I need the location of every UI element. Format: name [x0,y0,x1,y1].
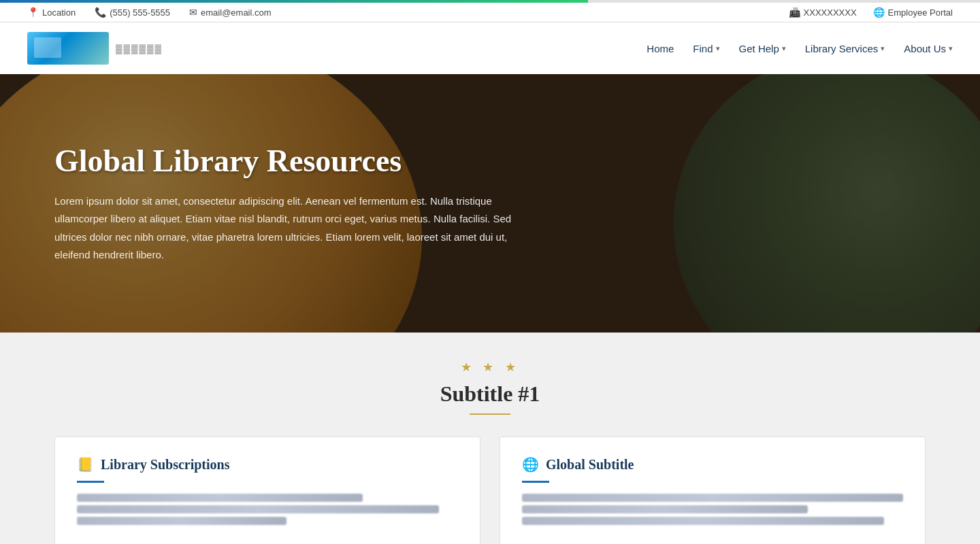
navbar: ▓▓▓▓▓▓ Home Find ▾ Get Help ▾ Library Se… [0,22,980,74]
blurred-line [522,505,808,513]
global-subtitle-card: 🌐 Global Subtitle [500,437,926,544]
card-1-content [77,494,458,538]
phone-icon: 📞 [95,7,106,18]
globe-card-icon: 🌐 [522,456,539,473]
library-services-label: Library Services [805,43,879,54]
card-1-title: Library Subscriptions [101,457,229,473]
section-header: ★ ★ ★ Subtitle #1 [54,360,926,415]
card-2-content [522,494,903,538]
hero-section: Global Library Resources Lorem ipsum dol… [0,74,980,333]
nav-about-us[interactable]: About Us ▾ [904,43,953,54]
fax-text: XXXXXXXXX [804,7,857,18]
cards-row: 📒 Library Subscriptions 🌐 Global Subtitl… [54,437,926,544]
fax-item: 📠 XXXXXXXXX [789,7,857,18]
top-bar: 📍 Location 📞 (555) 555-5555 ✉ email@emai… [0,3,980,22]
stars-decoration: ★ ★ ★ [54,360,926,375]
logo-area[interactable]: ▓▓▓▓▓▓ [27,32,163,65]
location-item: 📍 Location [27,7,76,18]
email-text: email@email.com [201,7,272,18]
content-section: ★ ★ ★ Subtitle #1 📒 Library Subscription… [0,333,980,544]
hero-title: Global Library Resources [54,143,517,179]
blurred-line [77,517,287,525]
employee-portal-item[interactable]: 🌐 Employee Portal [873,7,953,18]
phone-item: 📞 (555) 555-5555 [95,7,170,18]
about-us-label: About Us [904,43,946,54]
blurred-line [77,494,363,502]
about-us-chevron: ▾ [949,44,953,53]
blurred-line [77,505,439,513]
logo-name: ▓▓▓▓▓▓ [116,44,163,54]
email-item: ✉ email@email.com [189,7,272,18]
library-subscriptions-card: 📒 Library Subscriptions [54,437,480,544]
location-icon: 📍 [27,7,39,18]
nav-links: Home Find ▾ Get Help ▾ Library Services … [647,43,953,54]
nav-library-services[interactable]: Library Services ▾ [805,43,885,54]
hero-content: Global Library Resources Lorem ipsum dol… [54,143,517,264]
nav-get-help[interactable]: Get Help ▾ [739,43,786,54]
get-help-chevron: ▾ [782,44,786,53]
card-2-header: 🌐 Global Subtitle [522,456,903,473]
blurred-line [522,517,884,525]
portal-text: Employee Portal [888,7,953,18]
section-title: Subtitle #1 [54,381,926,407]
fax-icon: 📠 [789,7,800,18]
card-2-list-item-1 [522,494,903,528]
card-2-divider [522,481,549,483]
logo-text: ▓▓▓▓▓▓ [116,44,163,54]
book-icon: 📒 [77,456,94,473]
blurred-line [522,494,903,502]
card-1-list-item-1 [77,494,458,528]
hero-description: Lorem ipsum dolor sit amet, consectetur … [54,192,517,264]
section-divider [470,413,510,415]
card-2-title: Global Subtitle [546,457,634,473]
nav-home[interactable]: Home [647,43,674,54]
library-services-chevron: ▾ [881,44,885,53]
card-1-header: 📒 Library Subscriptions [77,456,458,473]
location-text: Location [42,7,76,18]
globe-icon: 🌐 [873,7,885,18]
nav-find[interactable]: Find ▾ [693,43,719,54]
card-1-divider [77,481,104,483]
email-icon: ✉ [189,7,197,18]
phone-text: (555) 555-5555 [110,7,170,18]
find-chevron: ▾ [716,44,720,53]
logo-box [27,32,109,65]
